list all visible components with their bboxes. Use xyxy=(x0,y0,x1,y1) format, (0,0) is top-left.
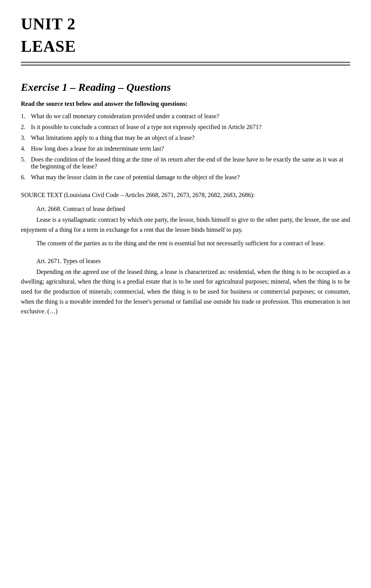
source-header-label: SOURCE TEXT xyxy=(21,192,64,198)
article-paragraph-art2668-1: The consent of the parties as to the thi… xyxy=(21,238,350,248)
question-number-6: 6. xyxy=(21,174,29,181)
article-body-art2671: Depending on the agreed use of the lease… xyxy=(21,267,350,316)
question-item-1: 1.What do we call monetary consideration… xyxy=(21,113,350,120)
question-item-4: 4.How long does a lease for an indetermi… xyxy=(21,145,350,152)
question-number-5: 5. xyxy=(21,156,29,163)
article-title-art2668: Art. 2668. Contract of lease defined xyxy=(36,206,350,212)
exercise-title: Exercise 1 – Reading – Questions xyxy=(21,81,350,93)
article-paragraph-art2671-0: Depending on the agreed use of the lease… xyxy=(21,267,350,316)
article-title-art2671: Art. 2671. Types of leases xyxy=(36,258,350,265)
article-block-art2668: Art. 2668. Contract of lease definedLeas… xyxy=(21,206,350,248)
page: UNIT 2 LEASE Exercise 1 – Reading – Ques… xyxy=(0,0,371,588)
question-text-1: What do we call monetary consideration p… xyxy=(31,113,350,120)
top-divider xyxy=(21,62,350,63)
articles-container: Art. 2668. Contract of lease definedLeas… xyxy=(21,206,350,316)
article-block-art2671: Art. 2671. Types of leasesDepending on t… xyxy=(21,258,350,316)
lease-subtitle: LEASE xyxy=(21,37,350,56)
question-item-6: 6.What may the lessor claim in the case … xyxy=(21,174,350,181)
unit-title: UNIT 2 xyxy=(21,15,350,33)
source-header: SOURCE TEXT (Louisiana Civil Code – Arti… xyxy=(21,192,350,199)
source-header-detail: (Louisiana Civil Code – Articles 2668, 2… xyxy=(64,192,255,198)
question-number-3: 3. xyxy=(21,134,29,141)
question-text-6: What may the lessor claim in the case of… xyxy=(31,174,350,181)
exercise-instruction: Read the source text below and answer th… xyxy=(21,100,350,107)
article-body-art2668: Lease is a synallagmatic contract by whi… xyxy=(21,215,350,248)
bottom-divider xyxy=(21,65,350,66)
question-number-2: 2. xyxy=(21,124,29,131)
questions-list: 1.What do we call monetary consideration… xyxy=(21,113,350,181)
question-number-4: 4. xyxy=(21,145,29,152)
question-text-3: What limitations apply to a thing that m… xyxy=(31,134,350,141)
question-item-5: 5.Does the condition of the leased thing… xyxy=(21,156,350,170)
question-text-5: Does the condition of the leased thing a… xyxy=(31,156,350,170)
source-section: SOURCE TEXT (Louisiana Civil Code – Arti… xyxy=(21,192,350,316)
question-number-1: 1. xyxy=(21,113,29,120)
article-paragraph-art2668-0: Lease is a synallagmatic contract by whi… xyxy=(21,215,350,235)
question-text-2: Is it possible to conclude a contract of… xyxy=(31,124,350,131)
question-item-2: 2.Is it possible to conclude a contract … xyxy=(21,124,350,131)
question-text-4: How long does a lease for an indetermina… xyxy=(31,145,350,152)
question-item-3: 3.What limitations apply to a thing that… xyxy=(21,134,350,141)
